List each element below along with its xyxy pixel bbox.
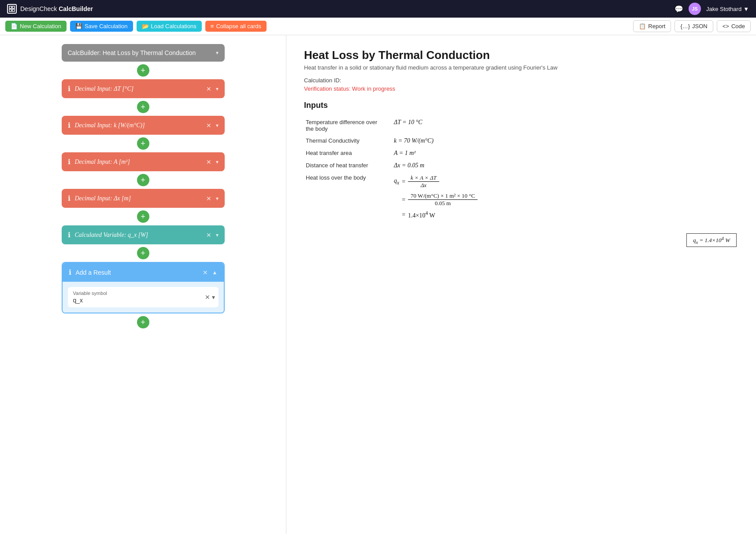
- add-block-button-0[interactable]: +: [137, 64, 149, 77]
- toolbar: 📄 New Calculation 💾 Save Calculation 📂 L…: [0, 18, 756, 35]
- report-button[interactable]: 📋 Report: [633, 20, 671, 32]
- report-icon: 📋: [639, 23, 646, 29]
- main-content: CalcBuilder: Heat Loss by Thermal Conduc…: [0, 35, 756, 534]
- user-name: Jake Stothard ▼: [706, 6, 749, 12]
- report-label: Report: [648, 23, 665, 29]
- table-row: Distance of heat transfer Δx = 0.05 m: [304, 159, 738, 172]
- svg-rect-3: [12, 9, 15, 11]
- card-4-chevron[interactable]: ▾: [216, 195, 219, 202]
- left-panel: CalcBuilder: Heat Loss by Thermal Conduc…: [0, 35, 286, 534]
- svg-rect-2: [9, 9, 11, 11]
- calc-var-close[interactable]: ✕: [206, 232, 211, 239]
- result-box: qx = 1.4×104 W: [686, 233, 737, 247]
- card-2-close[interactable]: ✕: [206, 122, 211, 129]
- field-dropdown-button[interactable]: ▾: [212, 294, 215, 301]
- title-card-header: CalcBuilder: Heat Loss by Thermal Conduc…: [62, 44, 225, 62]
- variable-symbol-value[interactable]: q_x: [73, 297, 213, 304]
- input-value-5: qx = k × A × ΔT Δx: [392, 172, 738, 250]
- calc-title: Heat Loss by Thermal Conduction: [304, 48, 738, 62]
- inputs-section-title: Inputs: [304, 101, 738, 110]
- navbar-left: DesignCheck CalcBuilder: [7, 4, 93, 14]
- svg-rect-1: [12, 6, 15, 8]
- code-label: Code: [731, 23, 745, 29]
- card-4-label: Decimal Input: Δx [m]: [75, 195, 202, 202]
- new-calculation-button[interactable]: 📄 New Calculation: [5, 21, 67, 32]
- info-icon-4[interactable]: ℹ: [68, 194, 70, 203]
- calc-var-chevron[interactable]: ▾: [216, 232, 219, 238]
- info-icon-5[interactable]: ℹ: [68, 231, 70, 239]
- brand-app: CalcBuilder: [59, 5, 93, 12]
- card-2-chevron[interactable]: ▾: [216, 122, 219, 129]
- card-3-close[interactable]: ✕: [206, 158, 211, 166]
- card-1-label: Decimal Input: ΔT [°C]: [75, 85, 202, 92]
- input-label-5: Heat loss over the body: [304, 172, 392, 250]
- variable-symbol-label: Variable symbol: [73, 291, 213, 296]
- add-result-header: ℹ Add a Result ✕ ▲: [63, 263, 224, 282]
- input-label-3: Heat transfer area: [304, 147, 392, 159]
- table-row: Temperature difference over the body ΔT …: [304, 116, 738, 135]
- verification-status: Verification status: Work in progress: [304, 85, 738, 92]
- field-clear-button[interactable]: ✕: [205, 294, 210, 301]
- add-result-info-icon[interactable]: ℹ: [69, 268, 71, 276]
- add-block-button-4[interactable]: +: [137, 210, 149, 223]
- card-1-chevron[interactable]: ▾: [216, 86, 219, 92]
- card-2-header: ℹ Decimal Input: k [W/(m°C)] ✕ ▾: [62, 116, 225, 135]
- logo-box[interactable]: [7, 4, 17, 14]
- right-panel: Heat Loss by Thermal Conduction Heat tra…: [286, 35, 756, 534]
- add-block-button-1[interactable]: +: [137, 101, 149, 113]
- card-3-chevron[interactable]: ▾: [216, 159, 219, 165]
- info-icon-1[interactable]: ℹ: [68, 85, 70, 93]
- new-calc-icon: 📄: [11, 23, 18, 29]
- calc-subtitle: Heat transfer in a solid or stationary f…: [304, 64, 738, 72]
- add-result-card: ℹ Add a Result ✕ ▲ Variable symbol q_x ✕…: [62, 262, 225, 313]
- add-block-button-6[interactable]: +: [137, 316, 149, 328]
- add-block-button-3[interactable]: +: [137, 174, 149, 186]
- card-4-close[interactable]: ✕: [206, 195, 211, 202]
- load-calculations-button[interactable]: 📂 Load Calculations: [137, 21, 202, 32]
- calc-var-header: ℹ Calculated Variable: q_x [W] ✕ ▾: [62, 225, 225, 244]
- card-container: CalcBuilder: Heat Loss by Thermal Conduc…: [26, 44, 259, 331]
- collapse-all-button[interactable]: ≡ Collapse all cards: [205, 21, 267, 32]
- json-label: JSON: [692, 23, 708, 29]
- brand-name: DesignCheck CalcBuilder: [20, 5, 93, 12]
- add-block-button-2[interactable]: +: [137, 137, 149, 150]
- save-calculation-button[interactable]: 💾 Save Calculation: [70, 21, 133, 32]
- table-row: Heat loss over the body qx = k × A × ΔT: [304, 172, 738, 250]
- input-label-1: Temperature difference over the body: [304, 116, 392, 135]
- title-card: CalcBuilder: Heat Loss by Thermal Conduc…: [62, 44, 225, 62]
- toolbar-left: 📄 New Calculation 💾 Save Calculation 📂 L…: [5, 21, 267, 32]
- navbar: DesignCheck CalcBuilder 💬 JS Jake Stotha…: [0, 0, 756, 18]
- table-row: Heat transfer area A = 1 m²: [304, 147, 738, 159]
- input-value-3: A = 1 m²: [392, 147, 738, 159]
- card-1-close[interactable]: ✕: [206, 85, 211, 92]
- card-3-label: Decimal Input: A [m²]: [75, 158, 202, 166]
- card-2-label: Decimal Input: k [W/(m°C)]: [75, 122, 202, 129]
- add-block-button-5[interactable]: +: [137, 247, 149, 259]
- calculation-id: Calculation ID:: [304, 77, 738, 84]
- decimal-input-card-2: ℹ Decimal Input: k [W/(m°C)] ✕ ▾: [62, 116, 225, 135]
- input-label-4: Distance of heat transfer: [304, 159, 392, 172]
- svg-rect-0: [9, 6, 11, 8]
- card-3-header: ℹ Decimal Input: A [m²] ✕ ▾: [62, 152, 225, 171]
- decimal-input-card-3: ℹ Decimal Input: A [m²] ✕ ▾: [62, 152, 225, 171]
- save-calculation-label: Save Calculation: [85, 23, 128, 29]
- avatar[interactable]: JS: [689, 3, 701, 15]
- card-4-header: ℹ Decimal Input: Δx [m] ✕ ▾: [62, 189, 225, 208]
- load-calculations-label: Load Calculations: [151, 23, 196, 29]
- info-icon-3[interactable]: ℹ: [68, 158, 70, 166]
- code-button[interactable]: <> Code: [717, 20, 751, 32]
- input-value-2: k = 70 W/(m°C): [392, 135, 738, 147]
- title-card-chevron[interactable]: ▾: [216, 50, 219, 56]
- navbar-right: 💬 JS Jake Stothard ▼: [674, 3, 749, 15]
- code-icon: <>: [723, 23, 729, 29]
- title-card-label: CalcBuilder: Heat Loss by Thermal Conduc…: [68, 49, 211, 56]
- add-result-chevron[interactable]: ▲: [212, 269, 218, 276]
- decimal-input-card-1: ℹ Decimal Input: ΔT [°C] ✕ ▾: [62, 79, 225, 98]
- json-button[interactable]: {…} JSON: [674, 20, 713, 32]
- notification-icon[interactable]: 💬: [674, 5, 683, 13]
- input-label-2: Thermal Conductivity: [304, 135, 392, 147]
- info-icon-2[interactable]: ℹ: [68, 121, 70, 129]
- table-row: Thermal Conductivity k = 70 W/(m°C): [304, 135, 738, 147]
- add-result-label: Add a Result: [76, 269, 198, 276]
- add-result-close[interactable]: ✕: [203, 269, 208, 276]
